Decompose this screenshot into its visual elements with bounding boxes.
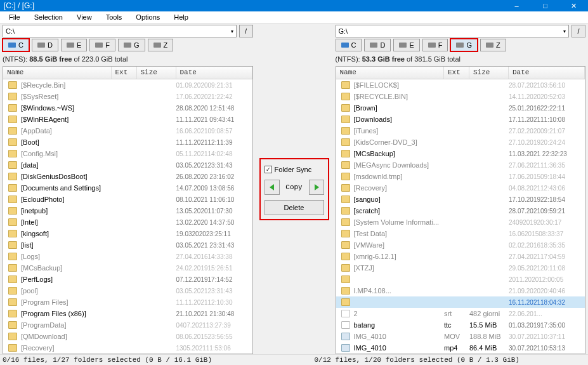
list-item[interactable]: [$WinREAgent]11.11.2021 09:43:41 bbox=[3, 114, 252, 125]
list-item[interactable]: [AppData]16.06.202109:08:57 bbox=[3, 125, 252, 136]
left-drive-e[interactable]: E bbox=[61, 39, 87, 51]
close-button[interactable]: ✕ bbox=[559, 0, 588, 11]
item-date: 27.04.202117:04:59 bbox=[509, 253, 585, 260]
maximize-button[interactable]: □ bbox=[531, 0, 559, 11]
list-item[interactable]: IMG_4010MOV188.8 MiB30.07.202110:37:11 bbox=[336, 331, 585, 342]
copy-right-button[interactable] bbox=[309, 180, 324, 195]
copy-left-button[interactable] bbox=[265, 180, 280, 195]
list-item[interactable]: [xmrig-6.12.1]27.04.202117:04:59 bbox=[336, 251, 585, 262]
minimize-button[interactable]: – bbox=[502, 0, 531, 11]
list-item[interactable]: [pool]03.05.202123:31:43 bbox=[3, 285, 252, 296]
list-item[interactable]: [$FILELOCK$]28.07.202103:56:10 bbox=[336, 79, 585, 91]
list-item[interactable]: batangttc15.5 MiB01.03.201917:35:00 bbox=[336, 319, 585, 331]
list-item[interactable]: [Config.Msi]05.11.202114:02:48 bbox=[3, 148, 252, 159]
list-item[interactable]: [Test Data]16.06201508:33:37 bbox=[336, 228, 585, 239]
left-disk-stat: (NTFS): 88.5 GiB free of 223.0 GiB total bbox=[3, 54, 253, 66]
list-item[interactable]: IMG_4010mp486.4 MiB30.07.202110:53:13 bbox=[336, 342, 585, 354]
right-drive-c[interactable]: C bbox=[336, 39, 362, 51]
right-drive-d[interactable]: D bbox=[364, 39, 391, 51]
list-item[interactable]: [$Windows.~WS]28.08.2020 12:51:48 bbox=[3, 102, 252, 114]
list-item[interactable]: [msdownld.tmp]17.06.201509:18:44 bbox=[336, 171, 585, 182]
list-item[interactable]: [MCsBackup]11.03.2021 22:32:23 bbox=[336, 148, 585, 159]
list-item[interactable]: [KidsCorner-DVD_3]27.10.201920:24:24 bbox=[336, 136, 585, 148]
folder-icon bbox=[8, 218, 17, 226]
list-item[interactable]: [iTunes]27.02.202009:21:07 bbox=[336, 125, 585, 136]
list-item[interactable]: 2011.202012:00:05 bbox=[336, 274, 585, 285]
list-item[interactable]: [sanguo]17.10.201922:18:54 bbox=[336, 194, 585, 205]
list-item[interactable]: [MCsBackup]24.02.201915:26:51 bbox=[3, 262, 252, 274]
item-date: 1305.202111:53:06 bbox=[176, 345, 252, 352]
list-item[interactable]: [QMDownload]08.06.201523:56:55 bbox=[3, 331, 252, 342]
menu-file[interactable]: File bbox=[3, 11, 27, 23]
list-item[interactable]: 16.11.202118:04:32 bbox=[336, 296, 585, 308]
col-name[interactable]: Name bbox=[336, 67, 445, 79]
item-name: [kingsoft] bbox=[21, 230, 112, 237]
drive-icon bbox=[67, 43, 74, 48]
item-date: 17.10.201922:18:54 bbox=[509, 196, 585, 203]
list-item[interactable]: 2srt482 giorni22.06.201... bbox=[336, 308, 585, 319]
right-drive-g[interactable]: G bbox=[450, 39, 478, 51]
list-item[interactable]: [inetpub]13.05.202011:07:30 bbox=[3, 205, 252, 216]
left-drive-z[interactable]: Z bbox=[148, 39, 174, 51]
left-drive-f[interactable]: F bbox=[89, 39, 115, 51]
menu-help[interactable]: Help bbox=[167, 11, 195, 23]
list-item[interactable]: [scratch]28.07.202109:59:21 bbox=[336, 205, 585, 216]
list-item[interactable]: [$RECYCLE.BIN]14.11.202020:52:03 bbox=[336, 91, 585, 102]
col-date[interactable]: Date bbox=[509, 67, 585, 79]
list-item[interactable]: [ProgramData]0407.202113:27:39 bbox=[3, 319, 252, 331]
left-path-combo[interactable]: C:\ ▾ bbox=[3, 25, 237, 37]
list-item[interactable]: [Downloads]17.11.202111:10:08 bbox=[336, 114, 585, 125]
delete-button[interactable]: Delete bbox=[265, 200, 324, 215]
col-size[interactable]: Size bbox=[137, 67, 176, 79]
right-path-combo[interactable]: G:\ ▾ bbox=[336, 25, 570, 37]
list-item[interactable]: [EcloudPhoto]08.10.2021 11:06:10 bbox=[3, 194, 252, 205]
right-path-value: G:\ bbox=[339, 27, 348, 35]
list-item[interactable]: [MEGAsync Downloads]27.06.202111:36:35 bbox=[336, 159, 585, 171]
list-item[interactable]: [Brown]25.01.201622:22:11 bbox=[336, 102, 585, 114]
folder-sync-checkbox[interactable]: ✓ bbox=[265, 166, 272, 173]
list-item[interactable]: [Intel]13.02.2020 14:37:50 bbox=[3, 216, 252, 228]
list-item[interactable]: [Documents and Settings]14.07.2009 13:08… bbox=[3, 182, 252, 194]
item-name: [Recovery] bbox=[354, 184, 445, 192]
list-item[interactable]: [System Volume Informati...2409201920:30… bbox=[336, 216, 585, 228]
col-name[interactable]: Name bbox=[3, 67, 112, 79]
col-ext[interactable]: Ext bbox=[112, 67, 137, 79]
left-drive-g[interactable]: G bbox=[118, 39, 145, 51]
right-drive-f[interactable]: F bbox=[422, 39, 448, 51]
folder-icon bbox=[8, 264, 17, 272]
list-item[interactable]: [VMWare]02.02.201618:35:35 bbox=[336, 239, 585, 251]
menu-tools[interactable]: Tools bbox=[100, 11, 129, 23]
menu-view[interactable]: View bbox=[70, 11, 98, 23]
list-item[interactable]: [data]03.05.202123:31:43 bbox=[3, 159, 252, 171]
left-root-button[interactable]: / bbox=[239, 25, 253, 37]
col-ext[interactable]: Ext bbox=[444, 67, 469, 79]
left-drive-c[interactable]: C bbox=[3, 39, 29, 51]
list-item[interactable]: [$SysReset]17.06.202021:22:42 bbox=[3, 91, 252, 102]
folder-icon bbox=[341, 184, 350, 192]
col-date[interactable]: Date bbox=[176, 67, 252, 79]
right-root-button[interactable]: / bbox=[572, 25, 585, 37]
right-drive-e[interactable]: E bbox=[393, 39, 419, 51]
item-date: 17.11.202111:10:08 bbox=[509, 116, 585, 123]
list-item[interactable]: [list]03.05.2021 23:31:43 bbox=[3, 239, 252, 251]
left-drive-d[interactable]: D bbox=[32, 39, 58, 51]
menu-selection[interactable]: Selection bbox=[28, 11, 69, 23]
list-item[interactable]: [Logs]27.04.201614:33:38 bbox=[3, 251, 252, 262]
item-name: [sanguo] bbox=[354, 196, 445, 203]
menu-options[interactable]: Options bbox=[129, 11, 166, 23]
list-item[interactable]: [Program Files]11.11.202112:10:30 bbox=[3, 296, 252, 308]
list-item[interactable]: [Recovery]04.08.202112:43:06 bbox=[336, 182, 585, 194]
list-item[interactable]: [Boot]11.11.202112:11:39 bbox=[3, 136, 252, 148]
list-item[interactable]: [Program Files (x86)]21.10.2021 21:30:48 bbox=[3, 308, 252, 319]
list-item[interactable]: [DiskGeniusDosBoot]26.08.2020 23:16:02 bbox=[3, 171, 252, 182]
list-item[interactable]: [$Recycle.Bin]01.09.202009:21:31 bbox=[3, 79, 252, 91]
list-item[interactable]: [PerfLogs]07.12.201917:14:52 bbox=[3, 274, 252, 285]
list-item[interactable]: I.MP4.108...21.09.202020:40:46 bbox=[336, 285, 585, 296]
right-list-header: Name Ext Size Date bbox=[336, 67, 585, 79]
item-name: [Config.Msi] bbox=[21, 150, 112, 157]
list-item[interactable]: [XTZJ]29.05.202120:11:08 bbox=[336, 262, 585, 274]
list-item[interactable]: [Recovery]1305.202111:53:06 bbox=[3, 342, 252, 354]
col-size[interactable]: Size bbox=[469, 67, 509, 79]
right-drive-z[interactable]: Z bbox=[480, 39, 506, 51]
list-item[interactable]: [kingsoft]19.03202023:25:11 bbox=[3, 228, 252, 239]
